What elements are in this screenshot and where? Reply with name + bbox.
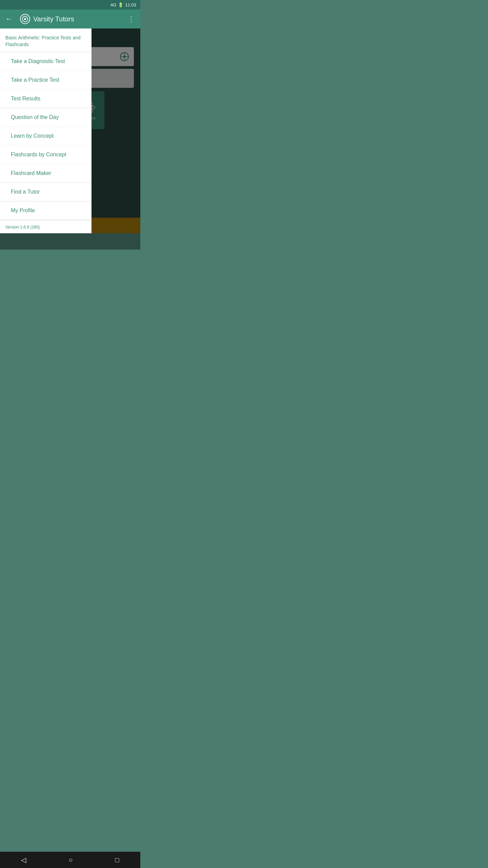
time-display: 11:03 bbox=[125, 2, 136, 7]
drawer-item-my-profile[interactable]: My Profile bbox=[0, 201, 92, 220]
version-text: Version 1.6.8 (180) bbox=[5, 225, 40, 230]
drawer-item-learn-by-concept[interactable]: Learn by Concept bbox=[0, 127, 92, 145]
drawer-footer: Version 1.6.8 (180) bbox=[0, 220, 92, 233]
drawer-item-practice-test[interactable]: Take a Practice Test bbox=[0, 71, 92, 90]
status-icons: 4G 🔋 11:03 bbox=[110, 2, 136, 7]
drawer-item-test-results[interactable]: Test Results bbox=[0, 90, 92, 108]
drawer-section-profile: My Profile bbox=[0, 201, 92, 220]
drawer-header-text: Basic Arithmetic: Practice Tests and Fla… bbox=[5, 35, 81, 47]
back-button[interactable]: ← bbox=[3, 12, 16, 26]
app-title: Varsity Tutors bbox=[33, 15, 122, 23]
drawer-section-study: Question of the Day Learn by Concept Fla… bbox=[0, 108, 92, 183]
drawer-item-question-of-day[interactable]: Question of the Day bbox=[0, 108, 92, 127]
app-logo bbox=[20, 14, 30, 24]
battery-icon: 🔋 bbox=[118, 2, 123, 7]
drawer-item-flashcard-maker[interactable]: Flashcard Maker bbox=[0, 164, 92, 182]
svg-point-2 bbox=[24, 18, 26, 20]
more-options-button[interactable]: ⋮ bbox=[125, 12, 138, 26]
app-bar: ← Varsity Tutors ⋮ bbox=[0, 9, 140, 28]
drawer-overlay[interactable] bbox=[92, 28, 140, 233]
drawer-item-flashcards-by-concept[interactable]: Flashcards by Concept bbox=[0, 145, 92, 164]
drawer-section-tests: Take a Diagnostic Test Take a Practice T… bbox=[0, 52, 92, 108]
drawer-item-find-tutor[interactable]: Find a Tutor bbox=[0, 183, 92, 201]
drawer-item-diagnostic-test[interactable]: Take a Diagnostic Test bbox=[0, 52, 92, 71]
navigation-drawer: Basic Arithmetic: Practice Tests and Fla… bbox=[0, 28, 92, 233]
drawer-section-tutor: Find a Tutor bbox=[0, 183, 92, 201]
status-bar: 4G 🔋 11:03 bbox=[0, 0, 140, 9]
signal-indicator: 4G bbox=[110, 2, 116, 7]
drawer-header: Basic Arithmetic: Practice Tests and Fla… bbox=[0, 28, 92, 52]
